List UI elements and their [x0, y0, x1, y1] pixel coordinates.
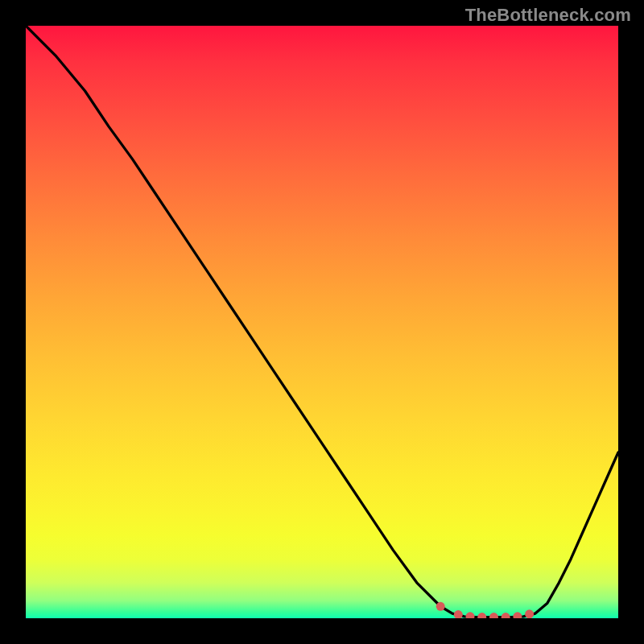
plateau-marker — [477, 613, 486, 618]
chart-svg — [26, 26, 618, 618]
plateau-marker — [436, 602, 445, 611]
plateau-marker — [454, 610, 463, 618]
chart-stage: TheBottleneck.com — [0, 0, 644, 644]
plateau-markers-group — [436, 602, 534, 618]
plateau-marker — [513, 612, 522, 618]
plateau-marker — [466, 612, 475, 618]
plateau-marker — [525, 609, 534, 618]
plateau-marker — [502, 613, 510, 618]
plateau-marker — [489, 613, 498, 618]
plot-area — [26, 26, 618, 618]
watermark-text: TheBottleneck.com — [465, 5, 631, 26]
bottleneck-curve — [26, 26, 618, 617]
